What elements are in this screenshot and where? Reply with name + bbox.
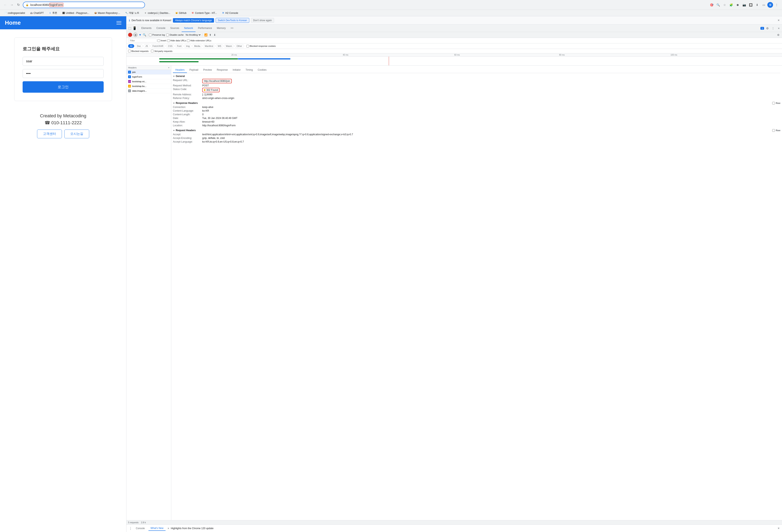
settings-network-icon[interactable]: ⚙: [776, 33, 780, 37]
response-headers-section[interactable]: ▼ Response Headers Raw: [173, 102, 780, 105]
extension-button[interactable]: 🧩: [728, 2, 734, 8]
switch-korean-button[interactable]: Switch DevTools to Korean: [216, 18, 249, 23]
device-mode-button[interactable]: 📱: [132, 26, 137, 31]
filter-tag-ws[interactable]: WS: [216, 44, 223, 48]
disable-cache-checkbox[interactable]: Disable cache: [166, 34, 184, 36]
tab-performance[interactable]: Performance: [196, 25, 214, 32]
bookmark-chatgpt[interactable]: 🤖 ChatGPT: [28, 11, 45, 15]
more-options-button[interactable]: ⋮: [771, 26, 776, 31]
headers-tab-initiator[interactable]: Initiator: [230, 67, 243, 73]
req-item-join[interactable]: ≡ join: [127, 70, 171, 75]
search-button[interactable]: 🔍: [143, 33, 146, 36]
hide-data-urls-input[interactable]: [167, 39, 170, 42]
tab-sources[interactable]: Sources: [168, 25, 182, 32]
tab-memory[interactable]: Memory: [214, 25, 228, 32]
filter-icon[interactable]: ▼: [139, 33, 142, 36]
screenshot-button[interactable]: 📷: [741, 2, 747, 8]
settings-button[interactable]: ⚙: [765, 26, 770, 31]
preserve-log-checkbox[interactable]: Preserve log: [149, 34, 165, 36]
filter-tag-manifest[interactable]: Manifest: [203, 44, 215, 48]
hide-ext-urls-checkbox[interactable]: Hide extension URLs: [187, 39, 211, 42]
bookmark-untitled[interactable]: ⬛ Untitled - Playgroun...: [61, 11, 91, 15]
filter-tag-wasm[interactable]: Wasm: [224, 44, 234, 48]
menu-button[interactable]: ⋮: [774, 2, 780, 8]
req-item-data-image[interactable]: ≡ data:image/s...: [127, 88, 171, 93]
whats-new-tab[interactable]: What's New ×: [148, 526, 169, 531]
filter-tag-other[interactable]: Other: [235, 44, 244, 48]
req-item-bootstrap-bu[interactable]: JS bootstrap.bu...: [127, 84, 171, 88]
notif-close-button[interactable]: ×: [778, 19, 780, 22]
record-button[interactable]: [128, 33, 132, 37]
search-button[interactable]: 🔍: [715, 2, 721, 8]
blocked-response-checkbox[interactable]: Blocked response cookies: [246, 45, 276, 47]
disable-cache-input[interactable]: [166, 34, 169, 36]
whats-new-close[interactable]: ×: [168, 527, 169, 530]
filter-tag-js[interactable]: JS: [144, 44, 150, 48]
whats-new-label[interactable]: What's New: [148, 526, 166, 531]
request-headers-section[interactable]: ▼ Request Headers Raw: [173, 129, 780, 132]
bookmark-contenttype[interactable]: M Content-Type - HT...: [189, 11, 218, 15]
reload-button[interactable]: ↻: [15, 2, 21, 8]
bottom-panel-close[interactable]: ×: [778, 527, 780, 530]
blocked-requests-checkbox[interactable]: Blocked requests: [128, 50, 148, 52]
third-party-input[interactable]: [151, 50, 153, 52]
filter-tag-media[interactable]: Media: [192, 44, 202, 48]
tab-console[interactable]: Console: [154, 25, 168, 32]
headers-tab-headers[interactable]: Headers: [173, 67, 187, 73]
headers-tab-payload[interactable]: Payload: [187, 67, 201, 73]
filter-tag-doc[interactable]: Doc: [135, 44, 143, 48]
profile-avatar[interactable]: 성: [767, 2, 773, 8]
bookmark-h2console[interactable]: H H2 Console: [220, 11, 240, 15]
performance-button[interactable]: 🎯: [709, 2, 714, 8]
badge-icon[interactable]: 1: [760, 27, 764, 30]
headers-tab-timing[interactable]: Timing: [243, 67, 255, 73]
blocked-requests-input[interactable]: [128, 50, 131, 52]
bookmark-codingspecialist[interactable]: 📄 codingspecialist: [2, 11, 27, 15]
filter-tag-fetch[interactable]: Fetch/XHR: [151, 44, 165, 48]
forward-button[interactable]: →: [9, 2, 15, 8]
inspect-mode-button[interactable]: ⬚: [127, 26, 132, 31]
request-raw-checkbox[interactable]: Raw: [772, 129, 780, 132]
filter-input[interactable]: [128, 39, 156, 42]
bookmark-button[interactable]: ☆: [722, 2, 727, 8]
directions-button[interactable]: 오시는길: [64, 130, 89, 138]
download-icon[interactable]: ⬇: [213, 33, 217, 37]
always-match-button[interactable]: Always match Chrome's language: [173, 18, 214, 23]
filter-tag-img[interactable]: Img: [184, 44, 191, 48]
wifi-icon[interactable]: 📶: [204, 33, 208, 37]
general-section-header[interactable]: ▼ General: [173, 75, 780, 78]
throttle-select[interactable]: No throttling: [185, 33, 201, 36]
request-raw-input[interactable]: [772, 129, 775, 132]
headers-tab-response[interactable]: Response: [214, 67, 230, 73]
record-button[interactable]: ⏺: [735, 2, 741, 8]
extension2-button[interactable]: 🔲: [748, 2, 753, 8]
clear-button[interactable]: ⊘: [133, 33, 138, 37]
login-button[interactable]: 로그인: [23, 81, 104, 93]
username-input[interactable]: [23, 57, 104, 66]
hide-ext-urls-input[interactable]: [187, 39, 189, 42]
invert-checkbox[interactable]: Invert: [157, 39, 166, 42]
tab-more[interactable]: >>: [228, 25, 236, 32]
hide-data-urls-checkbox[interactable]: Hide data URLs: [167, 39, 186, 42]
preserve-log-input[interactable]: [149, 34, 151, 36]
close-devtools-button[interactable]: ×: [776, 26, 781, 31]
tab-elements[interactable]: Elements: [139, 25, 154, 32]
headers-tab-preview[interactable]: Preview: [201, 67, 214, 73]
address-bar[interactable]: 🔒 localhost:8080/loginForm: [23, 2, 145, 8]
bookmark-github[interactable]: 🐱 GitHub: [174, 11, 188, 15]
upload-icon[interactable]: ⬆: [208, 33, 212, 37]
response-raw-checkbox[interactable]: Raw: [772, 102, 780, 105]
filter-tag-css[interactable]: CSS: [166, 44, 174, 48]
req-item-bootstrap-mi[interactable]: CSS bootstrap.mi...: [127, 79, 171, 84]
tab-network[interactable]: Network: [182, 25, 196, 32]
bookmark-tuition[interactable]: ℹ 튜튼: [47, 11, 59, 15]
bookmark-maven[interactable]: 📦 Maven Repository:...: [93, 11, 122, 15]
three-dots-icon[interactable]: ⋮: [129, 527, 132, 530]
blocked-response-input[interactable]: [246, 45, 249, 47]
password-input[interactable]: [23, 69, 104, 78]
customer-center-button[interactable]: 고객센터: [37, 130, 62, 138]
invert-input[interactable]: [157, 39, 160, 42]
response-raw-input[interactable]: [772, 102, 775, 105]
bookmark-devnotes[interactable]: 🔧 개발 노트: [123, 11, 141, 15]
req-close-icon[interactable]: ×: [168, 66, 170, 69]
